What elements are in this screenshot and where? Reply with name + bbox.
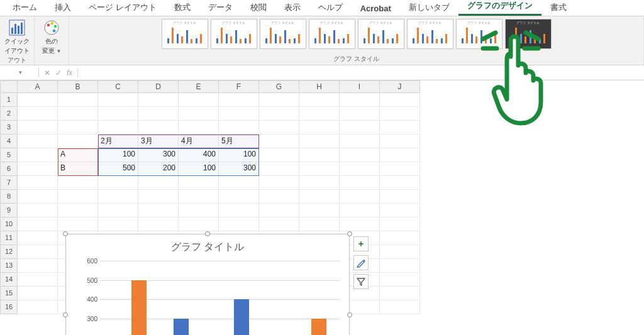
cell-H2[interactable] <box>299 107 340 121</box>
cell-A11[interactable] <box>18 231 58 245</box>
quick-layout-button[interactable]: クイック イアウト <box>4 19 30 55</box>
cell-I2[interactable] <box>340 107 380 121</box>
row-header-14[interactable]: 14 <box>0 273 18 287</box>
cell-F3[interactable] <box>219 121 259 135</box>
cell-I10[interactable] <box>340 217 380 231</box>
row-header-10[interactable]: 10 <box>0 217 18 231</box>
cell-G2[interactable] <box>259 107 299 121</box>
cell-J6[interactable] <box>380 162 420 176</box>
row-header-1[interactable]: 1 <box>0 93 18 107</box>
cell-J15[interactable] <box>380 287 420 300</box>
cell-F10[interactable] <box>219 217 259 231</box>
fx-button[interactable]: fx <box>67 69 72 77</box>
tab-format[interactable]: 書式 <box>541 0 575 16</box>
row-header-4[interactable]: 4 <box>0 135 18 148</box>
bar-B-2月[interactable] <box>131 280 147 335</box>
resize-handle[interactable] <box>63 312 68 317</box>
cell-A15[interactable] <box>18 287 58 300</box>
cell-C8[interactable] <box>98 190 138 204</box>
cell-A3[interactable] <box>18 121 58 135</box>
resize-handle[interactable] <box>63 231 68 236</box>
chart-style-2[interactable]: グラフ タイトル <box>211 19 257 49</box>
cell-B8[interactable] <box>58 190 98 204</box>
tab-acrobat[interactable]: Acrobat <box>352 1 400 16</box>
cell-A9[interactable] <box>18 204 58 217</box>
cell-I5[interactable] <box>340 148 380 162</box>
cell-J11[interactable] <box>380 231 420 245</box>
confirm-formula-button[interactable]: ✓ <box>55 69 62 77</box>
tab-home[interactable]: ホーム <box>4 0 46 16</box>
name-box[interactable]: ▼ <box>0 68 39 77</box>
bar-A-4月[interactable] <box>234 299 249 335</box>
row-header-5[interactable]: 5 <box>0 148 18 162</box>
resize-handle[interactable] <box>205 231 210 236</box>
cell-C10[interactable] <box>98 217 138 231</box>
chart-plot-area[interactable]: 01002003004005006002月3月4月5月 <box>100 261 340 335</box>
cell-H6[interactable] <box>299 162 340 176</box>
cell-J12[interactable] <box>380 245 420 259</box>
cell-J2[interactable] <box>380 107 420 121</box>
row-header-12[interactable]: 12 <box>0 245 18 259</box>
cell-H4[interactable] <box>299 135 340 148</box>
cell-J1[interactable] <box>380 93 420 107</box>
column-header-I[interactable]: I <box>340 80 380 93</box>
cell-D10[interactable] <box>138 217 179 231</box>
cell-A7[interactable] <box>18 176 58 190</box>
cell-A14[interactable] <box>18 273 58 287</box>
chart-style-6[interactable]: グラフ タイトル <box>407 19 453 49</box>
chart-filter-button[interactable] <box>353 274 369 289</box>
cell-A5[interactable] <box>18 148 58 162</box>
cell-B2[interactable] <box>58 107 98 121</box>
cell-I7[interactable] <box>340 176 380 190</box>
cell-J9[interactable] <box>380 204 420 217</box>
column-header-H[interactable]: H <box>299 80 340 93</box>
tab-new-tab[interactable]: 新しいタブ <box>400 0 458 16</box>
cell-E9[interactable] <box>179 204 219 217</box>
tab-formulas[interactable]: 数式 <box>165 0 199 16</box>
cell-G7[interactable] <box>259 176 299 190</box>
bar-A-3月[interactable] <box>174 319 189 335</box>
cell-E8[interactable] <box>179 190 219 204</box>
cell-A12[interactable] <box>18 245 58 259</box>
column-header-D[interactable]: D <box>138 80 179 93</box>
chart-style-3[interactable]: グラフ タイトル <box>260 19 306 49</box>
tab-chart-design[interactable]: グラフのデザイン <box>458 0 541 16</box>
cell-I8[interactable] <box>340 190 380 204</box>
row-header-7[interactable]: 7 <box>0 176 18 190</box>
cell-A16[interactable] <box>18 300 58 314</box>
cell-A1[interactable] <box>18 93 58 107</box>
cell-G4[interactable] <box>259 135 299 148</box>
cell-C7[interactable] <box>98 176 138 190</box>
cell-H8[interactable] <box>299 190 340 204</box>
cell-G3[interactable] <box>259 121 299 135</box>
column-header-F[interactable]: F <box>219 80 259 93</box>
chart-style-7[interactable]: グラフ タイトル <box>456 19 502 49</box>
cell-H7[interactable] <box>299 176 340 190</box>
column-header-E[interactable]: E <box>179 80 219 93</box>
resize-handle[interactable] <box>347 312 352 317</box>
cell-C2[interactable] <box>98 107 138 121</box>
cell-B9[interactable] <box>58 204 98 217</box>
cell-C1[interactable] <box>98 93 138 107</box>
cell-A6[interactable] <box>18 162 58 176</box>
cell-F9[interactable] <box>219 204 259 217</box>
row-header-2[interactable]: 2 <box>0 107 18 121</box>
cell-H1[interactable] <box>299 93 340 107</box>
chart-elements-button[interactable]: ＋ <box>353 236 369 251</box>
tab-view[interactable]: 表示 <box>275 0 309 16</box>
embedded-chart[interactable]: グラフ タイトル 01002003004005006002月3月4月5月 <box>65 234 350 335</box>
cell-I1[interactable] <box>340 93 380 107</box>
cell-B4[interactable] <box>58 135 98 148</box>
cell-E1[interactable] <box>179 93 219 107</box>
cell-A10[interactable] <box>18 217 58 231</box>
row-header-16[interactable]: 16 <box>0 300 18 314</box>
cell-J4[interactable] <box>380 135 420 148</box>
cell-F1[interactable] <box>219 93 259 107</box>
tab-insert[interactable]: 挿入 <box>46 0 80 16</box>
select-all-corner[interactable] <box>0 80 18 93</box>
cell-G1[interactable] <box>259 93 299 107</box>
cell-E7[interactable] <box>179 176 219 190</box>
cell-H3[interactable] <box>299 121 340 135</box>
cell-B7[interactable] <box>58 176 98 190</box>
cell-D3[interactable] <box>138 121 179 135</box>
